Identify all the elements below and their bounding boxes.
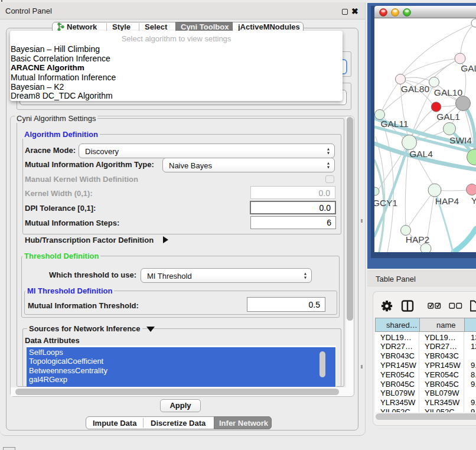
svg-text:GAL11: GAL11 xyxy=(380,119,408,129)
svg-text:SWI4: SWI4 xyxy=(449,135,472,145)
svg-text:GAL7: GAL7 xyxy=(461,63,476,73)
svg-text:HAP2: HAP2 xyxy=(406,234,430,244)
svg-text:GAL80: GAL80 xyxy=(401,84,430,94)
svg-text:GAL1: GAL1 xyxy=(436,112,460,122)
svg-text:GAL4: GAL4 xyxy=(409,149,433,159)
svg-text:GAL10: GAL10 xyxy=(434,87,463,97)
svg-text:GCY1: GCY1 xyxy=(374,198,397,208)
svg-text:HAP4: HAP4 xyxy=(435,196,459,206)
svg-text:Y: Y xyxy=(471,195,476,206)
